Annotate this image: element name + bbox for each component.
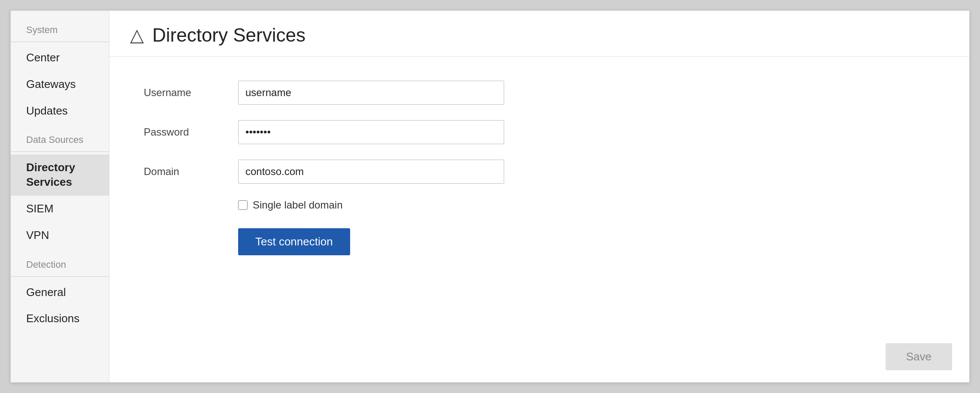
form-area: Username Password Domain Single label do… [109,57,969,382]
domain-label: Domain [144,166,238,178]
single-label-domain-checkbox[interactable] [238,200,248,210]
domain-row: Domain [144,160,935,184]
username-row: Username [144,81,935,105]
save-button[interactable]: Save [886,343,952,370]
detection-section-label: Detection [11,256,109,274]
sidebar-item-general[interactable]: General [11,279,109,306]
username-input[interactable] [238,81,504,105]
sidebar-item-vpn[interactable]: VPN [11,222,109,249]
test-connection-button[interactable]: Test connection [238,228,350,255]
single-label-domain-row: Single label domain [238,199,935,211]
sidebar-item-siem[interactable]: SIEM [11,196,109,222]
sidebar-item-exclusions[interactable]: Exclusions [11,305,109,332]
system-section-label: System [11,21,109,39]
sidebar-item-updates[interactable]: Updates [11,98,109,124]
password-label: Password [144,126,238,138]
username-label: Username [144,87,238,99]
page-title: Directory Services [152,24,305,46]
main-content: △ Directory Services Username Password D… [109,11,969,382]
warning-icon: △ [130,26,144,44]
domain-input[interactable] [238,160,504,184]
page-header: △ Directory Services [109,11,969,57]
sidebar: System Center Gateways Updates Data Sour… [11,11,109,382]
password-input[interactable] [238,120,504,144]
password-row: Password [144,120,935,144]
sidebar-item-gateways[interactable]: Gateways [11,71,109,98]
sidebar-item-directory-services[interactable]: Directory Services [11,154,109,196]
datasources-section-label: Data Sources [11,131,109,149]
single-label-domain-label: Single label domain [253,199,342,211]
sidebar-item-center[interactable]: Center [11,45,109,71]
